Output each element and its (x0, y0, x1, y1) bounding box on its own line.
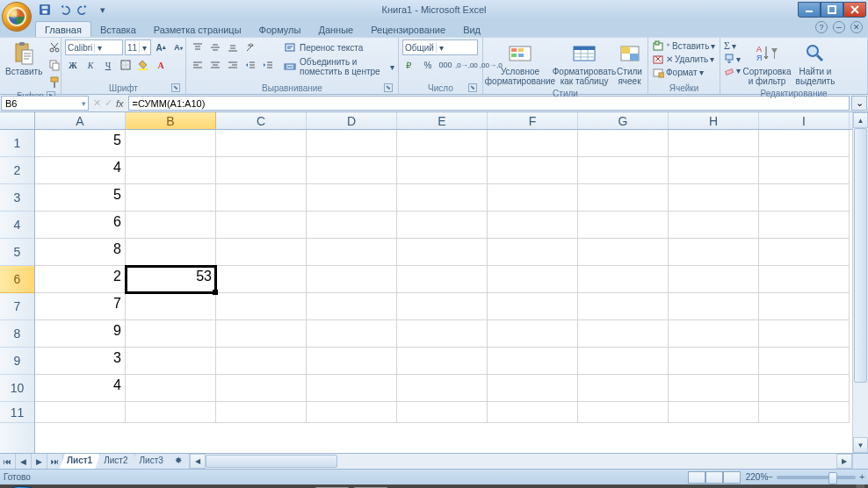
show-desktop-button[interactable] (856, 484, 864, 488)
fx-icon[interactable]: fx (116, 98, 124, 109)
comma-format-icon[interactable]: 000 (438, 57, 453, 73)
col-header-e[interactable]: E (397, 112, 488, 129)
row-header-4[interactable]: 4 (0, 212, 34, 239)
select-all-corner[interactable] (0, 112, 35, 129)
normal-view-icon[interactable] (688, 471, 705, 484)
scroll-left-icon[interactable]: ◀ (190, 454, 206, 469)
doc-close-icon[interactable]: ✕ (850, 21, 863, 33)
align-top-icon[interactable] (190, 39, 206, 55)
format-painter-icon[interactable] (47, 75, 62, 90)
save-icon[interactable] (37, 2, 53, 18)
cell-a1[interactable]: 5 (35, 130, 126, 157)
tab-page-layout[interactable]: Разметка страницы (145, 22, 250, 37)
hscroll-thumb[interactable] (206, 455, 337, 468)
ribbon-minimize-icon[interactable]: – (833, 21, 845, 33)
sheet-tab-3[interactable]: Лист3 (132, 454, 170, 469)
close-button[interactable] (843, 2, 866, 18)
tab-insert[interactable]: Вставка (91, 22, 145, 37)
cut-icon[interactable] (47, 39, 62, 55)
cell-a5[interactable]: 8 (35, 239, 126, 266)
name-box[interactable]: B6▾ (1, 96, 89, 111)
align-middle-icon[interactable] (207, 39, 223, 55)
zoom-level[interactable]: 220% (746, 472, 769, 482)
col-header-b[interactable]: B (126, 112, 216, 129)
fill-color-icon[interactable] (135, 57, 151, 73)
find-select-button[interactable]: Найти и выделить (793, 39, 837, 88)
zoom-out-icon[interactable]: − (768, 472, 773, 482)
redo-icon[interactable] (76, 2, 91, 18)
scroll-right-icon[interactable]: ▶ (836, 454, 852, 469)
delete-cells-button[interactable]: ✕Удалить▾ (652, 53, 714, 65)
insert-sheet-icon[interactable]: ✸ (168, 454, 189, 469)
row-header-9[interactable]: 9 (0, 348, 34, 375)
tab-home[interactable]: Главная (35, 21, 91, 37)
cell-a11[interactable] (35, 402, 126, 423)
clear-button[interactable]: ▾ (724, 65, 741, 75)
conditional-formatting-button[interactable]: Условное форматирование (487, 39, 553, 88)
fill-button[interactable]: ▾ (724, 54, 741, 64)
col-header-c[interactable]: C (216, 112, 307, 129)
font-color-icon[interactable]: A (153, 57, 169, 73)
format-as-table-button[interactable]: Форматировать как таблицу (556, 39, 612, 88)
tab-review[interactable]: Рецензирование (362, 22, 454, 37)
cell-a3[interactable]: 5 (35, 184, 126, 212)
next-sheet-icon[interactable]: ▶ (32, 454, 47, 469)
cancel-formula-icon[interactable]: ✕ (93, 97, 101, 109)
row-header-5[interactable]: 5 (0, 239, 34, 266)
paste-button[interactable]: Вставить (4, 39, 44, 78)
align-left-icon[interactable] (190, 57, 206, 73)
sheet-tab-1[interactable]: Лист1 (60, 454, 100, 469)
decrease-indent-icon[interactable] (242, 57, 258, 73)
number-dialog-icon[interactable]: ⬊ (468, 83, 477, 92)
cell-a2[interactable]: 4 (35, 157, 126, 184)
row-header-10[interactable]: 10 (0, 375, 34, 402)
italic-icon[interactable]: К (83, 57, 98, 73)
maximize-button[interactable] (821, 2, 843, 18)
accounting-format-icon[interactable]: ₽ (402, 57, 418, 73)
sort-filter-button[interactable]: АЯ Сортировка и фильтр (743, 39, 791, 88)
enter-formula-icon[interactable]: ✓ (105, 97, 112, 109)
page-break-view-icon[interactable] (723, 471, 741, 484)
col-header-i[interactable]: I (759, 112, 850, 129)
cell-a9[interactable]: 3 (35, 348, 126, 375)
tab-formulas[interactable]: Формулы (250, 22, 310, 37)
underline-icon[interactable]: Ч (100, 57, 116, 73)
tab-view[interactable]: Вид (454, 22, 489, 37)
col-header-d[interactable]: D (307, 112, 397, 129)
col-header-g[interactable]: G (578, 112, 669, 129)
orientation-icon[interactable]: ab (242, 39, 258, 55)
vscroll-thumb[interactable] (854, 128, 867, 383)
number-format-combo[interactable]: Общий▾ (402, 39, 478, 55)
wrap-text-button[interactable]: Перенос текста (282, 39, 394, 55)
col-header-h[interactable]: H (669, 112, 759, 129)
grow-font-icon[interactable]: A▴ (153, 39, 169, 55)
row-header-6[interactable]: 6 (0, 266, 34, 293)
cell-a7[interactable]: 7 (35, 293, 126, 320)
undo-icon[interactable] (56, 2, 72, 18)
cell-b1[interactable] (126, 130, 216, 157)
help-icon[interactable]: ? (815, 21, 828, 33)
copy-icon[interactable] (47, 57, 62, 73)
merge-center-button[interactable]: Объединить и поместить в центре▾ (282, 57, 394, 76)
row-header-2[interactable]: 2 (0, 157, 34, 184)
page-layout-view-icon[interactable] (705, 471, 723, 484)
font-family-combo[interactable]: Calibri▾ (65, 39, 123, 55)
increase-decimal-icon[interactable]: ,0→,00 (455, 57, 478, 73)
autosum-button[interactable]: Σ▾ (724, 39, 741, 53)
scroll-up-icon[interactable]: ▲ (853, 112, 868, 128)
row-header-8[interactable]: 8 (0, 320, 34, 348)
row-header-11[interactable]: 11 (0, 402, 34, 423)
row-header-3[interactable]: 3 (0, 184, 34, 212)
align-right-icon[interactable] (225, 57, 241, 73)
zoom-in-icon[interactable]: + (859, 472, 864, 482)
scroll-down-icon[interactable]: ▼ (853, 437, 868, 453)
cell-grid[interactable]: 5 4 5 6 8 253 7 9 3 4 (35, 130, 852, 453)
align-bottom-icon[interactable] (225, 39, 241, 55)
border-icon[interactable] (118, 57, 134, 73)
zoom-slider[interactable] (777, 476, 856, 479)
first-sheet-icon[interactable]: ⏮ (0, 454, 16, 469)
alignment-dialog-icon[interactable]: ⬊ (384, 83, 393, 92)
increase-indent-icon[interactable] (260, 57, 276, 73)
qat-customize-icon[interactable]: ▾ (95, 2, 111, 18)
minimize-button[interactable] (798, 2, 821, 18)
